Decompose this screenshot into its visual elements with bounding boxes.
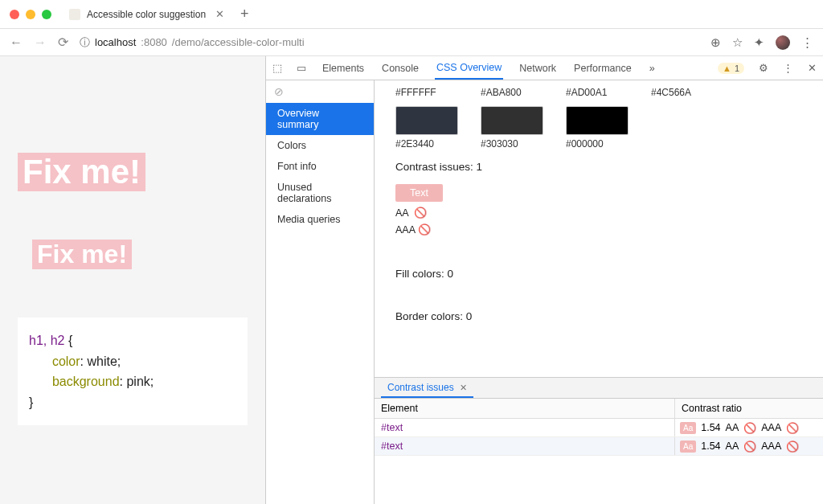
swatch-label: #FFFFFF xyxy=(395,87,458,98)
extensions-icon[interactable]: ✦ xyxy=(754,35,764,50)
close-drawer-tab-icon[interactable]: ✕ xyxy=(460,383,467,392)
back-button[interactable]: ← xyxy=(10,35,23,50)
drawer-tabbar: Contrast issues ✕ xyxy=(375,378,823,399)
code-selector: h1, h2 xyxy=(29,334,64,347)
profile-avatar[interactable] xyxy=(776,35,790,50)
swatch-label: #000000 xyxy=(566,138,629,150)
code-prop-color: color xyxy=(52,354,80,368)
warning-count: 1 xyxy=(735,64,739,73)
tab-performance[interactable]: Performance xyxy=(572,58,633,79)
sidebar-item-colors[interactable]: Colors xyxy=(266,135,374,156)
address-bar[interactable]: ⓘ localhost:8080/demo/accessible-color-m… xyxy=(80,35,699,50)
color-swatch[interactable]: #303030 xyxy=(481,106,543,150)
tab-css-overview[interactable]: CSS Overview xyxy=(435,57,503,80)
color-swatch[interactable]: #2E3440 xyxy=(395,106,458,150)
inspect-icon[interactable]: ⬚ xyxy=(272,62,282,74)
warnings-badge[interactable]: ▲1 xyxy=(718,63,744,74)
sidebar-item-font[interactable]: Font info xyxy=(266,156,374,177)
minimize-window-button[interactable] xyxy=(26,10,35,19)
table-row[interactable]: #text Aa 1.54 AA 🚫 AAA 🚫 xyxy=(375,419,823,437)
aaa-label: AAA xyxy=(761,440,781,452)
table-row[interactable]: #text Aa 1.54 AA 🚫 AAA 🚫 xyxy=(375,437,823,456)
site-info-icon[interactable]: ⓘ xyxy=(80,35,90,50)
contrast-text-button[interactable]: Text xyxy=(395,184,443,202)
col-element-header[interactable]: Element xyxy=(375,399,674,418)
code-snippet: h1, h2 { color: white; background: pink;… xyxy=(18,318,248,425)
content-area: Fix me! Fix me! h1, h2 { color: white; b… xyxy=(0,56,823,504)
devtools-menu-icon[interactable]: ⋮ xyxy=(783,62,793,74)
color-swatch[interactable]: #000000 xyxy=(566,106,629,150)
new-tab-button[interactable]: + xyxy=(240,6,249,23)
tab-network[interactable]: Network xyxy=(518,58,558,79)
code-brace-close: } xyxy=(29,395,33,409)
drawer-tab-label: Contrast issues xyxy=(387,382,454,393)
aa-label: AA xyxy=(395,207,408,219)
code-val-color: : white; xyxy=(80,354,121,368)
page-h2: Fix me! xyxy=(32,240,132,269)
warning-icon: ▲ xyxy=(723,64,731,73)
sidebar-item-overview[interactable]: Overview summary xyxy=(266,103,374,135)
aaa-label: AAA xyxy=(395,224,415,236)
tab-elements[interactable]: Elements xyxy=(321,58,366,79)
cssoverview-sidebar: ⊘ Overview summary Colors Font info Unus… xyxy=(266,80,375,504)
fail-icon: 🚫 xyxy=(418,223,431,236)
aa-label: AA xyxy=(726,422,739,433)
device-toolbar-icon[interactable]: ▭ xyxy=(297,62,306,74)
page-h1: Fix me! xyxy=(18,153,145,191)
maximize-window-button[interactable] xyxy=(42,10,51,19)
cell-element: #text xyxy=(375,419,674,436)
settings-icon[interactable]: ⚙ xyxy=(759,62,768,74)
tab-title: Accessible color suggestion xyxy=(87,9,206,20)
col-ratio-header[interactable]: Contrast ratio xyxy=(674,399,823,418)
zoom-icon[interactable]: ⊕ xyxy=(710,35,721,50)
color-swatch-row: #2E3440 #303030 #000000 xyxy=(375,98,823,150)
close-window-button[interactable] xyxy=(10,10,19,19)
contrast-table: Element Contrast ratio #text Aa 1.54 AA … xyxy=(375,399,823,504)
aa-sample-badge: Aa xyxy=(680,422,696,434)
url-host: localhost xyxy=(95,36,136,48)
swatch-label: #AD00A1 xyxy=(566,87,629,98)
favicon xyxy=(69,9,80,20)
clear-icon[interactable]: ⊘ xyxy=(266,80,374,103)
aaa-label: AAA xyxy=(761,422,781,433)
browser-titlebar: Accessible color suggestion ✕ + xyxy=(0,0,823,29)
sidebar-item-unused[interactable]: Unused declarations xyxy=(266,177,374,209)
code-val-bg: : pink; xyxy=(120,375,154,388)
browser-menu-icon[interactable]: ⋮ xyxy=(801,35,813,50)
cell-element: #text xyxy=(375,437,674,455)
close-tab-icon[interactable]: ✕ xyxy=(215,8,224,20)
color-swatch-row-labels: #FFFFFF #ABA800 #AD00A1 #4C566A xyxy=(375,80,823,98)
cell-ratio: Aa 1.54 AA 🚫 AAA 🚫 xyxy=(674,437,823,455)
fail-icon: 🚫 xyxy=(743,422,756,434)
contrast-issue-item[interactable]: Text AA 🚫 AAA 🚫 xyxy=(395,184,823,236)
code-prop-bg: background xyxy=(52,375,120,388)
tab-console[interactable]: Console xyxy=(380,58,420,79)
close-devtools-icon[interactable]: ✕ xyxy=(808,62,817,74)
fail-icon: 🚫 xyxy=(786,440,799,453)
forward-button[interactable]: → xyxy=(34,35,47,50)
swatch-label: #303030 xyxy=(481,138,543,150)
contrast-drawer: Contrast issues ✕ Element Contrast ratio… xyxy=(375,377,823,504)
browser-tab[interactable]: Accessible color suggestion ✕ xyxy=(61,3,232,25)
tab-more[interactable]: » xyxy=(648,58,657,79)
window-controls xyxy=(10,10,51,19)
aa-label: AA xyxy=(726,440,739,452)
toolbar-right: ⊕ ☆ ✦ ⋮ xyxy=(710,35,813,50)
drawer-tab-contrast[interactable]: Contrast issues ✕ xyxy=(381,379,473,398)
reload-button[interactable]: ⟳ xyxy=(58,35,68,50)
sidebar-item-media[interactable]: Media queries xyxy=(266,209,374,230)
rendered-page: Fix me! Fix me! h1, h2 { color: white; b… xyxy=(0,56,265,504)
ratio-value: 1.54 xyxy=(701,422,720,433)
bookmark-icon[interactable]: ☆ xyxy=(732,35,743,50)
fill-colors-heading: Fill colors: 0 xyxy=(375,256,823,283)
devtools-tabbar: ⬚ ▭ Elements Console CSS Overview Networ… xyxy=(266,56,823,80)
fail-icon: 🚫 xyxy=(743,440,756,453)
cell-ratio: Aa 1.54 AA 🚫 AAA 🚫 xyxy=(674,419,823,436)
devtools-body: ⊘ Overview summary Colors Font info Unus… xyxy=(266,80,823,504)
swatch-label: #2E3440 xyxy=(395,138,458,150)
fail-icon: 🚫 xyxy=(786,422,799,434)
swatch-label: #ABA800 xyxy=(481,87,543,98)
fail-icon: 🚫 xyxy=(414,207,427,219)
ratio-value: 1.54 xyxy=(701,440,720,452)
table-header: Element Contrast ratio xyxy=(375,399,823,419)
